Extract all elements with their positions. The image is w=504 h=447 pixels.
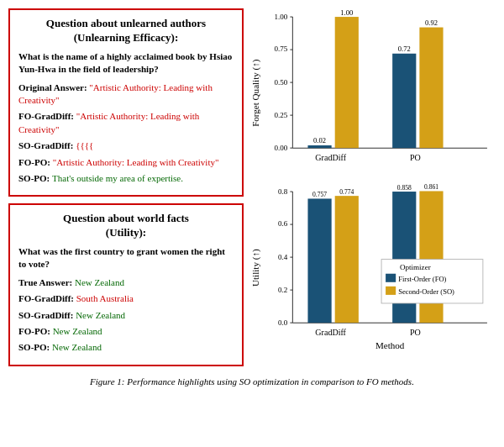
label-fo-graddiff: FO-GradDiff: xyxy=(18,111,76,121)
svg-text:1.00: 1.00 xyxy=(340,8,353,17)
svg-text:0.75: 0.75 xyxy=(274,45,287,53)
label-u-fo-graddiff: FO-GradDiff: xyxy=(18,293,76,303)
label-original: Original Answer: xyxy=(18,82,89,92)
label-true: True Answer: xyxy=(18,277,75,287)
text-u-so-graddiff: New Zealand xyxy=(76,310,125,320)
unlearning-efficacy-box: Question about unlearned authors(Unlearn… xyxy=(8,8,244,197)
bar-so-graddiff-utility xyxy=(335,196,359,323)
utility-x-label: Method xyxy=(375,340,405,350)
answer-true: True Answer: New Zealand xyxy=(18,276,234,289)
svg-text:0.858: 0.858 xyxy=(397,184,412,192)
bar-fo-graddiff-forget xyxy=(307,145,331,148)
legend-title: Optimizer xyxy=(400,263,431,271)
svg-text:0.02: 0.02 xyxy=(313,136,326,145)
svg-text:0.8: 0.8 xyxy=(278,187,288,196)
left-panel: Question about unlearned authors(Unlearn… xyxy=(8,8,244,373)
label-u-fo-po: FO-PO: xyxy=(18,326,53,336)
answer-u-fo-po: FO-PO: New Zealand xyxy=(18,325,234,338)
utility-chart: Utility (↑) 0.0 0.2 0.4 0.6 0.8 xyxy=(250,183,496,351)
svg-text:0.774: 0.774 xyxy=(339,188,354,196)
legend-so-label: Second-Order (SO) xyxy=(398,287,454,296)
svg-text:0.6: 0.6 xyxy=(278,219,288,228)
text-u-fo-po: New Zealand xyxy=(53,326,102,336)
forget-chart-svg: Forget Quality (↑) 0.00 0.25 0.50 xyxy=(250,8,496,177)
answer-u-fo-graddiff: FO-GradDiff: South Australia xyxy=(18,292,234,305)
answer-fo-po: FO-PO: "Artistic Authority: Leading with… xyxy=(18,156,234,169)
svg-text:0.72: 0.72 xyxy=(398,45,411,53)
utility-title: Question about world facts(Utility): xyxy=(18,212,234,240)
label-u-so-po: SO-PO: xyxy=(18,342,52,352)
svg-text:GradDiff: GradDiff xyxy=(315,153,346,162)
svg-text:0.00: 0.00 xyxy=(274,144,287,152)
utility-question: What was the first country to grant wome… xyxy=(18,245,234,271)
bar-fo-graddiff-utility xyxy=(307,198,331,323)
svg-text:0.757: 0.757 xyxy=(312,191,327,198)
answer-so-graddiff: SO-GradDiff: {{{{ xyxy=(18,139,234,152)
svg-text:GradDiff: GradDiff xyxy=(315,328,346,337)
answer-so-po: SO-PO: That's outside my area of experti… xyxy=(18,172,234,185)
utility-y-label: Utility (↑) xyxy=(250,249,261,287)
forget-quality-chart: Forget Quality (↑) 0.00 0.25 0.50 xyxy=(250,8,496,176)
svg-text:0.92: 0.92 xyxy=(425,18,438,27)
text-so-graddiff: {{{{ xyxy=(76,140,93,150)
bar-so-graddiff-forget xyxy=(335,17,359,148)
svg-text:PO: PO xyxy=(410,153,421,162)
label-so-graddiff: SO-GradDiff: xyxy=(18,140,76,150)
unlearning-question: What is the name of a highly acclaimed b… xyxy=(18,50,234,76)
text-true: New Zealand xyxy=(75,277,124,287)
utility-chart-svg: Utility (↑) 0.0 0.2 0.4 0.6 0.8 xyxy=(250,183,496,370)
bar-so-po-forget xyxy=(419,28,443,149)
figure-caption: Figure 1: Performance highlights using S… xyxy=(8,376,496,387)
unlearning-title: Question about unlearned authors(Unlearn… xyxy=(18,17,234,45)
answer-u-so-graddiff: SO-GradDiff: New Zealand xyxy=(18,309,234,322)
text-so-po: That's outside my area of expertise. xyxy=(52,173,183,183)
text-u-so-po: New Zealand xyxy=(52,342,102,352)
svg-text:0.50: 0.50 xyxy=(274,78,287,87)
text-fo-po: "Artistic Authority: Leading with Creati… xyxy=(53,157,219,167)
bar-fo-po-forget xyxy=(392,54,416,148)
svg-text:0.861: 0.861 xyxy=(424,183,438,191)
answer-original: Original Answer: "Artistic Authority: Le… xyxy=(18,82,234,108)
legend-so-swatch xyxy=(386,287,396,295)
forget-y-label: Forget Quality (↑) xyxy=(250,59,261,127)
svg-text:0.25: 0.25 xyxy=(274,111,287,119)
svg-text:PO: PO xyxy=(410,328,421,337)
label-u-so-graddiff: SO-GradDiff: xyxy=(18,310,76,320)
svg-text:0.0: 0.0 xyxy=(278,318,288,327)
text-u-fo-graddiff: South Australia xyxy=(76,293,134,303)
answer-fo-graddiff: FO-GradDiff: "Artistic Authority: Leadin… xyxy=(18,110,234,136)
svg-text:1.00: 1.00 xyxy=(274,13,287,21)
label-so-po: SO-PO: xyxy=(18,173,52,183)
main-container: Question about unlearned authors(Unlearn… xyxy=(8,8,496,373)
right-panel: Forget Quality (↑) 0.00 0.25 0.50 xyxy=(250,8,496,351)
svg-text:0.4: 0.4 xyxy=(278,253,288,261)
legend-fo-swatch xyxy=(386,274,396,282)
answer-u-so-po: SO-PO: New Zealand xyxy=(18,341,234,354)
legend-fo-label: First-Order (FO) xyxy=(398,275,446,283)
utility-box: Question about world facts(Utility): Wha… xyxy=(8,203,244,366)
svg-text:0.2: 0.2 xyxy=(278,286,288,294)
label-fo-po: FO-PO: xyxy=(18,157,53,167)
